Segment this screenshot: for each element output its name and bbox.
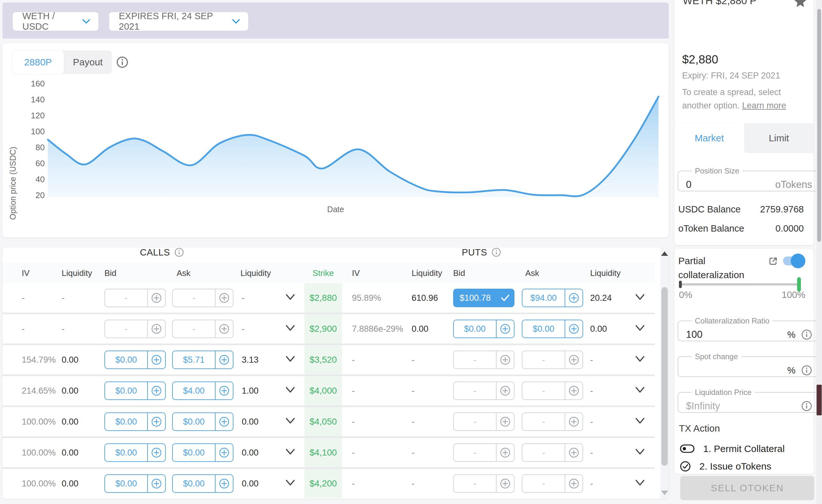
calls-ask-increment-button[interactable] bbox=[215, 413, 233, 430]
puts-bid-increment-button[interactable] bbox=[496, 475, 514, 492]
pair-select[interactable]: WETH / USDC bbox=[13, 12, 98, 31]
puts-ask-increment-button[interactable] bbox=[564, 351, 582, 368]
puts-ask-liquidity: - bbox=[590, 438, 593, 467]
tab-limit[interactable]: Limit bbox=[744, 123, 814, 153]
calls-ask-input[interactable]: - bbox=[172, 289, 234, 307]
ratio-info-icon[interactable] bbox=[801, 329, 812, 340]
position-size-field[interactable]: Position Size 0 oTokens bbox=[678, 167, 820, 191]
calls-bid-input[interactable]: $0.00 bbox=[104, 443, 166, 462]
puts-ask-input[interactable]: $94.00 bbox=[522, 289, 583, 307]
row-expand-chevron[interactable] bbox=[286, 325, 295, 332]
scroll-down-icon[interactable] bbox=[661, 491, 668, 495]
puts-bid-input[interactable]: $0.00 bbox=[453, 320, 514, 338]
calls-bid-increment-button[interactable] bbox=[147, 351, 165, 368]
calls-info-icon[interactable] bbox=[174, 248, 184, 257]
puts-ask-input[interactable]: - bbox=[522, 382, 583, 400]
puts-bid-input[interactable]: $100.78 bbox=[453, 289, 514, 307]
calls-ask-input[interactable]: $0.00 bbox=[172, 412, 234, 431]
row-expand-chevron[interactable] bbox=[635, 325, 645, 332]
puts-info-icon[interactable] bbox=[491, 248, 501, 257]
puts-ask-increment-button[interactable] bbox=[564, 289, 582, 307]
calls-ask-increment-button[interactable] bbox=[215, 320, 233, 337]
row-expand-chevron[interactable] bbox=[635, 418, 645, 425]
calls-bid-input[interactable]: $0.00 bbox=[104, 351, 166, 369]
puts-bid-increment-button[interactable] bbox=[496, 413, 514, 430]
tab-payout[interactable]: Payout bbox=[64, 50, 112, 74]
calls-ask-input[interactable]: $4.00 bbox=[172, 382, 234, 400]
row-expand-chevron[interactable] bbox=[286, 294, 295, 301]
puts-ask-increment-button[interactable] bbox=[564, 475, 582, 492]
calls-bid-increment-button[interactable] bbox=[147, 289, 165, 307]
page-scrollbar[interactable] bbox=[816, 0, 822, 504]
puts-ask-increment-button[interactable] bbox=[564, 413, 582, 430]
calls-bid-input[interactable]: $0.00 bbox=[104, 382, 166, 400]
sell-otoken-submit-button[interactable]: SELL OTOKEN bbox=[680, 476, 814, 500]
puts-ask-input[interactable]: - bbox=[522, 351, 583, 369]
calls-ask-increment-button[interactable] bbox=[215, 382, 233, 399]
puts-ask-increment-button[interactable] bbox=[564, 382, 582, 399]
tab-2880p[interactable]: 2880P bbox=[12, 50, 64, 74]
puts-ask-input[interactable]: - bbox=[522, 443, 583, 462]
expiry-select[interactable]: EXPIRES FRI, 24 SEP 2021 bbox=[109, 12, 248, 31]
calls-bid-increment-button[interactable] bbox=[147, 444, 165, 461]
row-expand-chevron[interactable] bbox=[286, 418, 295, 425]
row-expand-chevron[interactable] bbox=[635, 294, 645, 301]
puts-bid-increment-button[interactable] bbox=[496, 382, 514, 399]
learn-more-link[interactable]: Learn more bbox=[742, 101, 786, 110]
chart-info-icon[interactable] bbox=[116, 56, 128, 68]
scroll-up-icon[interactable] bbox=[661, 251, 668, 256]
table-scrollbar[interactable] bbox=[661, 248, 669, 499]
puts-ask-input[interactable]: - bbox=[522, 412, 583, 431]
collateralization-ratio-field[interactable]: Collateralization Ratio 100 % bbox=[678, 316, 820, 341]
table-scrollbar-thumb[interactable] bbox=[661, 287, 668, 466]
favorite-star-icon-clipped[interactable] bbox=[794, 0, 807, 11]
puts-bid-increment-button[interactable] bbox=[496, 351, 514, 368]
calls-ask-input[interactable]: $0.00 bbox=[172, 474, 234, 493]
position-size-input[interactable]: 0 bbox=[686, 179, 691, 190]
puts-ask-increment-button[interactable] bbox=[564, 444, 582, 461]
row-expand-chevron[interactable] bbox=[286, 448, 295, 456]
calls-ask-increment-button[interactable] bbox=[215, 475, 233, 492]
puts-bid-input[interactable]: - bbox=[453, 412, 514, 431]
row-expand-chevron[interactable] bbox=[635, 479, 645, 486]
row-expand-chevron[interactable] bbox=[635, 387, 645, 394]
calls-bid-increment-button[interactable] bbox=[147, 320, 165, 337]
calls-bid-increment-button[interactable] bbox=[147, 382, 165, 399]
calls-ask-input[interactable]: - bbox=[172, 320, 234, 338]
puts-bid-increment-button[interactable] bbox=[496, 320, 514, 337]
tab-market[interactable]: Market bbox=[675, 123, 744, 153]
puts-ask-input[interactable]: - bbox=[522, 474, 583, 493]
calls-bid-input[interactable]: - bbox=[104, 320, 166, 338]
puts-bid-input[interactable]: - bbox=[453, 351, 514, 369]
external-link-icon[interactable] bbox=[768, 256, 779, 267]
spot-change-field[interactable]: Spot change % bbox=[678, 352, 820, 377]
puts-bid-selected-check[interactable] bbox=[497, 289, 514, 307]
row-expand-chevron[interactable] bbox=[286, 387, 295, 394]
calls-ask-input[interactable]: $5.71 bbox=[172, 351, 234, 369]
calls-ask-input[interactable]: $0.00 bbox=[172, 443, 234, 462]
page-scrollbar-thumb[interactable] bbox=[817, 9, 821, 242]
puts-bid-input[interactable]: - bbox=[453, 443, 514, 462]
calls-bid-input[interactable]: $0.00 bbox=[104, 412, 166, 431]
calls-bid-input[interactable]: - bbox=[104, 289, 166, 307]
collateralization-ratio-input[interactable]: 100 bbox=[686, 329, 703, 340]
puts-bid-input[interactable]: - bbox=[453, 382, 514, 400]
calls-ask-increment-button[interactable] bbox=[215, 289, 233, 307]
row-expand-chevron[interactable] bbox=[286, 479, 295, 486]
puts-ask-input[interactable]: $0.00 bbox=[522, 320, 583, 338]
calls-ask-increment-button[interactable] bbox=[215, 444, 233, 461]
calls-bid-input[interactable]: $0.00 bbox=[104, 474, 166, 493]
row-expand-chevron[interactable] bbox=[635, 448, 645, 456]
row-expand-chevron[interactable] bbox=[286, 356, 295, 363]
partial-collateralization-toggle[interactable] bbox=[783, 256, 803, 265]
calls-bid-increment-button[interactable] bbox=[147, 413, 165, 430]
puts-bid-input[interactable]: - bbox=[453, 474, 514, 493]
row-expand-chevron[interactable] bbox=[635, 356, 645, 363]
collateralization-slider[interactable] bbox=[679, 283, 799, 285]
liquidation-info-icon[interactable] bbox=[801, 401, 812, 411]
puts-ask-increment-button[interactable] bbox=[564, 320, 582, 337]
calls-ask-increment-button[interactable] bbox=[215, 351, 233, 368]
calls-bid-increment-button[interactable] bbox=[147, 475, 165, 492]
puts-bid-increment-button[interactable] bbox=[496, 444, 514, 461]
spot-change-info-icon[interactable] bbox=[801, 365, 812, 376]
